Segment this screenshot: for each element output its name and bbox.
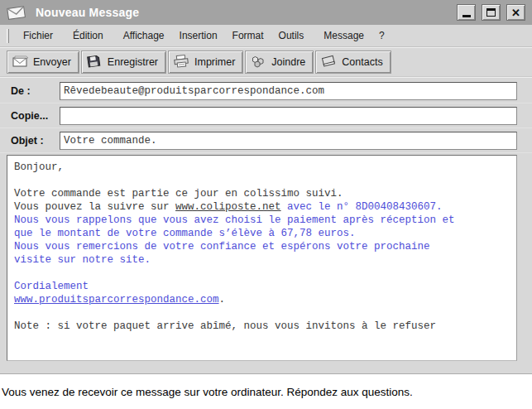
message-text: Votre commande est partie ce jour en col…	[14, 188, 343, 200]
menu-gripper[interactable]	[7, 29, 9, 43]
message-text: visite sur notre site.	[14, 254, 151, 266]
message-text: Bonjour,	[14, 161, 64, 173]
message-line: Bonjour,	[14, 161, 510, 174]
message-line-blank	[14, 306, 510, 320]
message-line: Votre commande est partie ce jour en col…	[14, 187, 510, 200]
maximize-button[interactable]	[482, 4, 501, 21]
message-line: visite sur notre site.	[14, 253, 510, 267]
message-line: Nous vous remercions de votre confiance …	[14, 240, 510, 253]
save-button[interactable]: Enregistrer	[81, 51, 166, 74]
field-row-subject: Objet :	[0, 128, 532, 153]
message-line: www.produitsparcorrespondance.com.	[14, 293, 510, 306]
maximize-icon	[486, 8, 496, 17]
menu-item-insertion[interactable]: Insertion	[172, 26, 225, 45]
message-line: Vous pouvez la suivre sur www.coliposte.…	[14, 200, 510, 214]
menu-item-outils[interactable]: Outils	[271, 26, 312, 45]
menubar: Fichier Édition Affichage Insertion Form…	[0, 25, 532, 47]
titlebar: Nouveau Message ✕	[0, 0, 532, 25]
menu-item-format[interactable]: Format	[225, 26, 271, 45]
message-line: que le montant de votre commande s’élève…	[14, 227, 510, 240]
message-text: .	[219, 294, 226, 306]
message-line-blank	[14, 174, 510, 187]
from-input[interactable]	[60, 82, 517, 100]
toolbar-button-label: Imprimer	[194, 56, 235, 68]
message-text: Nous vous remercions de votre confiance …	[14, 241, 430, 253]
produitsparcorrespondance-link[interactable]: www.produitsparcorrespondance.com	[14, 294, 219, 306]
email-compose-window: Nouveau Message ✕ Fichier Édition Affich…	[0, 0, 532, 374]
toolbar-button-label: Envoyer	[33, 56, 71, 68]
message-body-area[interactable]: Bonjour, Votre commande est partie ce jo…	[7, 155, 517, 361]
message-text: Vous pouvez la suivre sur	[14, 201, 175, 213]
minimize-icon	[463, 15, 471, 17]
subject-label: Objet :	[0, 135, 60, 147]
menu-item-affichage[interactable]: Affichage	[116, 26, 172, 45]
message-line: Cordialement	[14, 280, 510, 293]
contacts-button[interactable]: Contacts	[315, 51, 391, 74]
caption-bar: Vous venez de recevoir ce message sur vo…	[0, 374, 532, 409]
close-button[interactable]: ✕	[506, 4, 525, 21]
cc-label[interactable]: Copie...	[0, 110, 60, 122]
message-text: Cordialement	[14, 281, 89, 292]
cc-input[interactable]	[60, 107, 517, 125]
field-row-from: De :	[0, 79, 532, 103]
field-row-cc: Copie...	[0, 103, 532, 128]
envelope-icon	[7, 4, 28, 21]
toolbar: Envoyer Enregistrer Impri	[0, 47, 532, 77]
printer-icon	[173, 55, 190, 69]
subject-input[interactable]	[60, 132, 517, 150]
address-book-icon	[320, 55, 338, 69]
menu-item-aide[interactable]: ?	[371, 26, 392, 45]
package-cubes-icon	[250, 55, 267, 69]
message-line: Note : si votre paquet arrive abîmé, nou…	[14, 320, 510, 333]
send-button[interactable]: Envoyer	[7, 51, 79, 74]
message-text: Nous vous rappelons que vous avez choisi…	[14, 214, 455, 226]
toolbar-button-label: Contacts	[342, 56, 382, 68]
message-text: avec le n° 8D00408430607.	[281, 201, 443, 213]
toolbar-button-label: Joindre	[271, 56, 305, 68]
minimize-button[interactable]	[457, 4, 476, 21]
menu-item-fichier[interactable]: Fichier	[16, 26, 60, 45]
instruction-caption: Vous venez de recevoir ce message sur vo…	[2, 386, 413, 398]
menu-item-edition[interactable]: Édition	[65, 26, 111, 45]
menu-item-message[interactable]: Message	[316, 26, 371, 45]
attach-button[interactable]: Joindre	[245, 51, 314, 74]
message-text: que le montant de votre commande s’élève…	[14, 228, 356, 239]
coliposte-link[interactable]: www.coliposte.net	[175, 201, 281, 213]
toolbar-button-label: Enregistrer	[108, 56, 158, 68]
floppy-disk-icon	[86, 55, 103, 69]
message-text: Note : si votre paquet arrive abîmé, nou…	[14, 320, 436, 332]
envelope-icon	[12, 55, 29, 69]
print-button[interactable]: Imprimer	[168, 51, 243, 74]
header-fields: De : Copie... Objet :	[0, 77, 532, 153]
from-label: De :	[0, 85, 60, 97]
message-line: Nous vous rappelons que vous avez choisi…	[14, 214, 510, 227]
window-title: Nouveau Message	[36, 6, 451, 19]
close-icon: ✕	[511, 7, 520, 18]
message-line-blank	[14, 267, 510, 280]
